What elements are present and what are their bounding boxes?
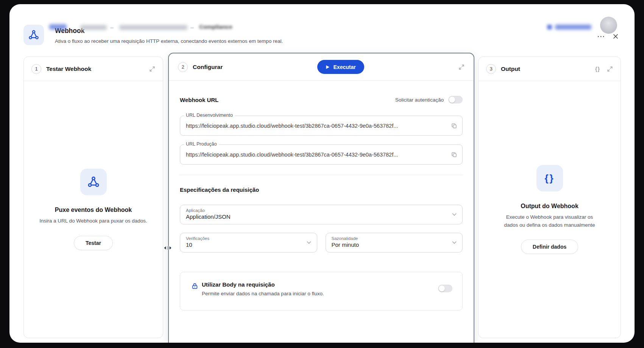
webhook-icon	[87, 176, 100, 188]
breadcrumb-separator	[190, 27, 194, 28]
use-body-toggle[interactable]	[438, 285, 452, 292]
panel-title: Configurar	[193, 64, 223, 71]
expand-icon	[458, 64, 465, 70]
empty-state-subtitle: Execute o Webhook para visualizar os dad…	[501, 213, 598, 229]
breadcrumb-item-blurred-3[interactable]	[119, 25, 187, 30]
application-select-label: Aplicação	[186, 208, 447, 213]
webhook-node-modal: Webhook Ativa o fluxo ao receber uma req…	[9, 4, 635, 343]
breadcrumb-item-blurred-2[interactable]	[80, 25, 107, 30]
chevron-down-icon	[452, 213, 457, 216]
verifications-select[interactable]: Verificações 10	[180, 233, 317, 252]
toggle-knob	[439, 285, 445, 292]
breadcrumb-item-compliance[interactable]: Compliance	[199, 24, 232, 30]
webhook-app-icon-badge	[23, 25, 44, 45]
step-number-badge: 2	[178, 62, 188, 72]
expand-panel-button[interactable]	[458, 64, 465, 70]
empty-state-title: Output do Webhook	[521, 203, 579, 210]
modal-subtitle: Ativa o fluxo ao receber uma requisição …	[55, 38, 283, 44]
url-dev-label: URL Desenvolvimento	[184, 113, 235, 118]
expand-panel-button[interactable]	[607, 66, 613, 72]
breadcrumb-item-blurred-1[interactable]	[49, 24, 67, 30]
empty-state-title: Puxe eventos do Webhook	[55, 207, 132, 213]
copy-url-button[interactable]	[451, 151, 457, 158]
panel-output-body: {} Output do Webhook Execute o Webhook p…	[479, 81, 621, 338]
copy-icon	[451, 122, 457, 129]
panel-test-body: Puxe eventos do Webhook Insira a URL do …	[24, 81, 163, 338]
execute-button-label: Executar	[334, 64, 356, 70]
expand-icon	[607, 66, 613, 72]
panel-configure: 2 Configurar Executar Webhook URL Soli	[168, 53, 474, 343]
webhook-icon	[28, 29, 39, 41]
use-body-title: Utilizar Body na requisição	[202, 281, 402, 288]
col-resize-cursor[interactable]	[164, 245, 172, 251]
expand-icon	[149, 66, 155, 72]
panel-title: Testar Webhook	[46, 66, 91, 72]
divider	[180, 175, 463, 175]
code-braces-icon: {}	[544, 172, 554, 184]
verifications-select-value: 10	[186, 241, 302, 248]
panel-test-header: 1 Testar Webhook	[24, 57, 163, 81]
define-data-button[interactable]: Definir dados	[521, 240, 578, 254]
step-number-badge: 1	[31, 64, 41, 74]
application-select[interactable]: Aplicação Application/JSON	[180, 205, 463, 224]
auth-toggle[interactable]	[448, 96, 463, 103]
url-dev-value: https://feliciopeak.app.studio.cloud/web…	[186, 123, 398, 129]
close-icon	[613, 34, 618, 39]
panel-configure-body: Webhook URL Solicitar autenticação URL D…	[169, 81, 474, 310]
execute-button[interactable]: Executar	[317, 60, 364, 74]
url-prod-value: https://feliciopeak.app.studio.cloud/web…	[186, 152, 398, 158]
lock-icon	[191, 282, 198, 290]
panel-output: 3 Output {} {} Output do Webhook Execute…	[478, 56, 621, 338]
specs-section-title: Especificações da requisição	[180, 187, 463, 193]
url-prod-field[interactable]: URL Produção https://feliciopeak.app.stu…	[180, 144, 463, 165]
auth-toggle-label: Solicitar autenticação	[395, 97, 444, 103]
chevron-down-icon	[307, 241, 311, 244]
verifications-select-label: Verificações	[186, 236, 302, 241]
status-text-blurred	[555, 25, 591, 30]
toggle-knob	[449, 97, 455, 103]
copy-icon	[451, 151, 457, 158]
status-icon-blurred	[547, 25, 552, 30]
empty-state-subtitle: Insira a URL do Webhook para puxar os da…	[39, 217, 147, 225]
panel-test-webhook: 1 Testar Webhook Puxe eventos do Webhook	[23, 56, 163, 338]
seasonality-select[interactable]: Sazonalidade Por minuto	[326, 233, 463, 252]
application-select-value: Application/JSON	[186, 213, 447, 220]
step-number-badge: 3	[486, 64, 496, 74]
panel-title: Output	[501, 66, 520, 72]
chevron-down-icon	[452, 241, 457, 244]
panel-configure-header: 2 Configurar Executar	[169, 53, 474, 81]
more-options-button[interactable]: ⋯	[596, 31, 607, 42]
play-icon	[326, 65, 330, 69]
url-prod-label: URL Produção	[184, 141, 219, 147]
use-body-subtitle: Permite enviar dados na chamada para ini…	[202, 291, 402, 296]
test-button[interactable]: Testar	[74, 236, 113, 250]
webhook-url-section-title: Webhook URL	[180, 97, 218, 103]
seasonality-select-value: Por minuto	[332, 241, 448, 248]
panel-output-header: 3 Output {}	[479, 57, 621, 81]
breadcrumb-separator	[110, 27, 114, 28]
close-button[interactable]	[610, 31, 621, 42]
copy-url-button[interactable]	[451, 122, 457, 129]
code-view-button[interactable]: {}	[595, 66, 600, 72]
code-braces-icon-badge: {}	[536, 165, 563, 191]
seasonality-select-label: Sazonalidade	[332, 236, 448, 241]
expand-panel-button[interactable]	[149, 66, 155, 72]
webhook-icon-badge	[80, 169, 107, 195]
use-body-card: Utilizar Body na requisição Permite envi…	[180, 272, 463, 310]
url-dev-field[interactable]: URL Desenvolvimento https://feliciopeak.…	[180, 116, 463, 136]
